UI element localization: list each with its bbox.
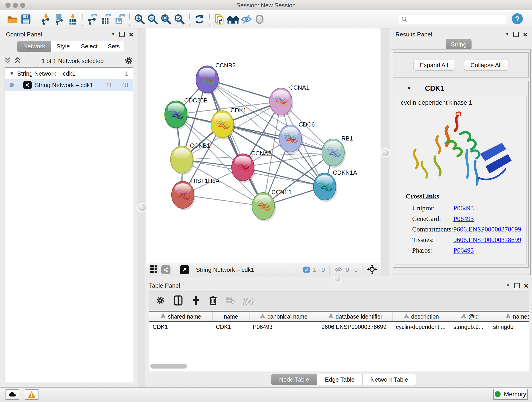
control-panel-float-icon[interactable]: [119, 32, 125, 37]
help-button[interactable]: ?: [512, 13, 523, 24]
table-cell[interactable]: stringdb: [490, 324, 529, 330]
table-panel-close-icon[interactable]: ×: [524, 283, 528, 288]
network-collection-row[interactable]: ▼ String Network – cdk1 1: [5, 68, 133, 79]
node-CDKN1A[interactable]: CDKN1A: [313, 169, 357, 202]
left-splitter-handle[interactable]: [138, 204, 146, 211]
show-columns-icon[interactable]: [173, 295, 183, 307]
edge-CCNB2-CCNE1[interactable]: [207, 79, 263, 206]
node-RB1[interactable]: RB1: [322, 135, 353, 168]
column-header-namespace[interactable]: namespace: [490, 312, 529, 321]
table-cell[interactable]: CDK1: [213, 324, 249, 330]
zoom-fit-icon[interactable]: [159, 12, 173, 26]
network-overview-share-icon[interactable]: [161, 265, 171, 274]
export-image-icon[interactable]: [113, 12, 126, 26]
control-panel-collapse-icon[interactable]: ▼: [111, 32, 115, 37]
string-network-graph[interactable]: CCNB2CCNA1CDC25BCDK1CDC6RB1CCNB1CCNA2CDK…: [146, 28, 380, 263]
tab-string[interactable]: String: [446, 39, 472, 50]
collapse-all-networks-icon[interactable]: [4, 57, 11, 65]
edge-CDK1-RB1[interactable]: [222, 124, 333, 153]
column-header-name[interactable]: name: [213, 312, 249, 321]
results-panel-close-icon[interactable]: ×: [523, 32, 527, 37]
table-cell[interactable]: cyclin-dependent ...: [393, 324, 450, 330]
tab-select[interactable]: Select: [75, 41, 103, 52]
warning-icon: [28, 391, 36, 398]
network-panel-gear-icon[interactable]: [124, 56, 133, 66]
expand-all-networks-icon[interactable]: [14, 57, 21, 65]
string-home-houses-icon[interactable]: [226, 12, 240, 26]
tab-edge-table[interactable]: Edge Table: [317, 374, 363, 385]
table-row[interactable]: CDK1CDK1P064939606.ENSP00000378699cyclin…: [149, 322, 529, 332]
detach-view-icon[interactable]: [180, 265, 189, 274]
selected-count-checkbox-icon[interactable]: [303, 267, 310, 273]
gene-expander-icon[interactable]: ▼: [407, 86, 411, 91]
results-panel-float-icon[interactable]: [513, 32, 519, 37]
cloud-button[interactable]: [6, 389, 19, 400]
control-panel-title: Control Panel: [6, 31, 42, 38]
hide-selected-eye-slash-icon[interactable]: [240, 12, 253, 26]
expand-all-button[interactable]: Expand All: [413, 60, 455, 70]
node-CCNB2[interactable]: CCNB2: [196, 62, 235, 95]
column-type-icon: [461, 314, 466, 319]
node-CCNA1[interactable]: CCNA1: [270, 84, 309, 117]
hidden-count-eye-slash-icon[interactable]: [334, 266, 342, 274]
import-table-file-icon[interactable]: [66, 12, 79, 26]
table-cell[interactable]: 9606.ENSP00000378699: [318, 324, 393, 330]
node-HIST1H1A[interactable]: HIST1H1A: [172, 177, 220, 210]
crosslink-link[interactable]: 9606.ENSP00000378699: [453, 236, 521, 244]
add-column-icon[interactable]: [191, 295, 201, 306]
search-field[interactable]: [399, 14, 506, 24]
import-network-database-icon[interactable]: [53, 12, 66, 26]
tab-style[interactable]: Style: [51, 41, 75, 52]
node-CDC6[interactable]: CDC6: [279, 121, 315, 154]
memory-indicator[interactable]: Memory: [493, 389, 528, 400]
search-input[interactable]: [408, 16, 506, 23]
crosslink-link[interactable]: P06493: [453, 204, 474, 212]
show-all-eye-icon[interactable]: [253, 12, 266, 26]
column-header-shared-name[interactable]: shared name: [149, 312, 213, 321]
table-cell[interactable]: P06493: [249, 324, 318, 330]
import-network-file-icon[interactable]: [39, 12, 53, 26]
table-panel-float-icon[interactable]: [514, 283, 520, 288]
apply-layout-icon[interactable]: [193, 12, 206, 26]
clone-network-icon[interactable]: [213, 12, 226, 26]
tab-network-table[interactable]: Network Table: [363, 374, 416, 385]
control-panel-close-icon[interactable]: ×: [129, 32, 133, 37]
table-panel-collapse-icon[interactable]: ▼: [506, 283, 510, 288]
crosslink-link[interactable]: 9606.ENSP00000378699: [453, 225, 521, 233]
tab-sets[interactable]: Sets: [103, 41, 124, 52]
table-header-row: shared namenamecanonical namedatabase id…: [149, 312, 529, 322]
tab-network[interactable]: Network: [17, 41, 51, 52]
right-splitter-handle[interactable]: [382, 149, 389, 156]
crosslink-link[interactable]: P06493: [453, 215, 474, 223]
table-horizontal-scrollbar[interactable]: [150, 364, 187, 369]
table-cell[interactable]: stringdb:9...: [450, 324, 490, 330]
network-row-selected[interactable]: String Network – cdk1 11 48: [5, 79, 133, 91]
grid-view-icon[interactable]: [149, 265, 158, 275]
collection-expander-icon[interactable]: ▼: [10, 71, 14, 76]
table-cell[interactable]: CDK1: [149, 324, 213, 330]
network-canvas[interactable]: CCNB2CCNA1CDC25BCDK1CDC6RB1CCNB1CCNA2CDK…: [145, 28, 381, 263]
zoom-out-icon[interactable]: [146, 12, 159, 26]
export-network-icon[interactable]: [86, 12, 99, 26]
zoom-selected-icon[interactable]: [173, 12, 186, 26]
table-gear-icon[interactable]: [156, 296, 165, 306]
column-header--id[interactable]: @id: [450, 312, 490, 321]
node-label-CCNE1: CCNE1: [272, 189, 292, 196]
export-table-icon[interactable]: [99, 12, 113, 26]
crosslink-link[interactable]: P06493: [453, 247, 474, 254]
node-table[interactable]: shared namenamecanonical namedatabase id…: [149, 311, 529, 371]
tab-node-table[interactable]: Node Table: [271, 374, 317, 385]
column-header-database-identifier[interactable]: database identifier: [318, 312, 393, 321]
birdseye-navigator-icon[interactable]: [367, 264, 377, 275]
collapse-all-button[interactable]: Collapse All: [464, 60, 508, 70]
window-title: Session: New Session: [0, 2, 532, 9]
save-session-icon[interactable]: [19, 12, 32, 26]
column-header-description[interactable]: description: [393, 312, 450, 321]
warnings-button[interactable]: [25, 389, 38, 400]
open-session-folder-icon[interactable]: [6, 12, 19, 26]
column-header-canonical-name[interactable]: canonical name: [249, 312, 318, 321]
node-CDK1[interactable]: CDK1: [211, 107, 246, 140]
zoom-in-icon[interactable]: [133, 12, 146, 26]
delete-column-trash-icon[interactable]: [209, 295, 217, 307]
results-panel-collapse-icon[interactable]: ▼: [505, 32, 509, 37]
